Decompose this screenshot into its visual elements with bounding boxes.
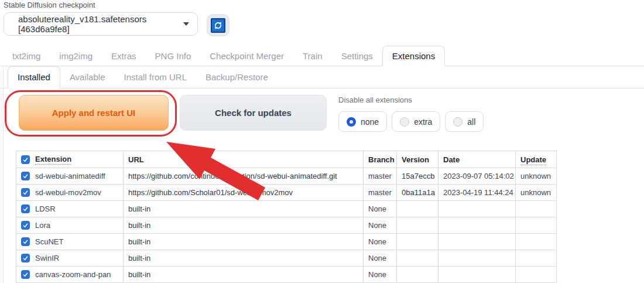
tab-checkpoint-merger[interactable]: Checkpoint Merger: [200, 46, 293, 66]
checkpoint-dropdown[interactable]: absolutereality_v181.safetensors [463d6a…: [4, 12, 198, 36]
table-row: sd-webui-animatediff https://github.com/…: [16, 168, 557, 185]
refresh-checkpoint-button[interactable]: [207, 14, 229, 36]
select-all-checkbox[interactable]: [21, 155, 30, 164]
tab-train[interactable]: Train: [293, 46, 332, 66]
column-header-date: Date: [439, 151, 516, 168]
chevron-down-icon: [183, 22, 189, 26]
apply-and-restart-button[interactable]: Apply and restart UI: [19, 95, 169, 131]
row-checkbox[interactable]: [21, 270, 30, 279]
disable-all-extensions-label: Disable all extensions: [338, 96, 412, 104]
table-row: ScuNET built-in None: [16, 234, 557, 250]
table-row: canvas-zoom-and-pan built-in None: [16, 267, 557, 283]
table-row: LDSR built-in None: [16, 201, 557, 217]
row-checkbox[interactable]: [21, 204, 30, 213]
subtab-install-from-url[interactable]: Install from URL: [114, 67, 196, 88]
refresh-icon: [211, 18, 225, 33]
subtab-available[interactable]: Available: [60, 67, 115, 88]
column-header-version: Version: [397, 151, 439, 168]
extensions-table: Extension URL Branch Version Date Update…: [16, 151, 557, 283]
radio-none[interactable]: none: [338, 111, 387, 132]
check-for-updates-button[interactable]: Check for updates: [180, 95, 327, 131]
row-checkbox[interactable]: [21, 188, 30, 197]
tab-extras[interactable]: Extras: [102, 46, 146, 66]
extensions-sub-tab-bar: Installed Available Install from URL Bac…: [0, 66, 644, 88]
tab-txt2img[interactable]: txt2img: [3, 46, 50, 66]
radio-selected-icon: [347, 117, 356, 127]
disable-all-radio-group: none extra all: [338, 111, 484, 132]
row-checkbox[interactable]: [21, 254, 30, 262]
radio-unselected-icon: [453, 117, 463, 127]
row-checkbox[interactable]: [21, 221, 30, 230]
table-row: Lora built-in None: [16, 217, 557, 234]
column-header-update: Update: [520, 155, 546, 165]
row-checkbox[interactable]: [21, 172, 30, 180]
tab-settings[interactable]: Settings: [332, 46, 382, 66]
subtab-backup-restore[interactable]: Backup/Restore: [196, 67, 278, 88]
column-header-extension: Extension: [35, 155, 71, 165]
checkpoint-value: absolutereality_v181.safetensors [463d6a…: [18, 14, 183, 34]
radio-extra[interactable]: extra: [392, 111, 440, 132]
table-header-row: Extension URL Branch Version Date Update: [16, 151, 557, 168]
content-panel-border: [3, 66, 4, 283]
table-row: SwinIR built-in None: [16, 250, 557, 267]
main-tab-bar: txt2img img2img Extras PNG Info Checkpoi…: [0, 46, 644, 66]
tab-extensions[interactable]: Extensions: [382, 46, 445, 66]
row-checkbox[interactable]: [21, 237, 30, 246]
tab-img2img[interactable]: img2img: [50, 46, 102, 66]
radio-unselected-icon: [400, 117, 409, 127]
radio-all[interactable]: all: [445, 111, 484, 132]
subtab-installed[interactable]: Installed: [8, 66, 60, 88]
column-header-branch: Branch: [364, 151, 397, 168]
table-row: sd-webui-mov2mov https://github.com/Scho…: [16, 185, 557, 201]
tab-png-info[interactable]: PNG Info: [146, 46, 201, 66]
column-header-url: URL: [124, 151, 364, 168]
checkpoint-label: Stable Diffusion checkpoint: [4, 1, 95, 9]
